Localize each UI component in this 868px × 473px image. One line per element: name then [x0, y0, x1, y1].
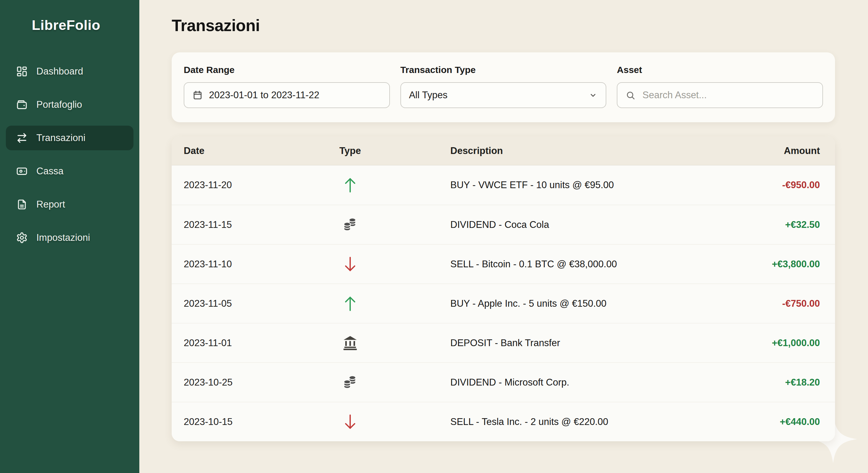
transfer-arrows-icon — [16, 132, 28, 144]
row-type-cell — [307, 174, 393, 196]
filter-card: Date Range 2023-01-01 to 2023-11-22 Tran… — [172, 53, 835, 122]
sidebar-item-portafoglio[interactable]: Portafoglio — [6, 92, 133, 117]
sidebar-item-label: Impostazioni — [36, 232, 90, 243]
row-description: SELL - Bitcoin - 0.1 BTC @ €38,000.00 — [393, 259, 690, 270]
row-description: DIVIDEND - Microsoft Corp. — [393, 377, 690, 388]
sell-arrow-down-icon — [339, 411, 361, 433]
transaction-type-label: Transaction Type — [400, 65, 607, 75]
column-header-date: Date — [184, 145, 307, 157]
table-body: 2023-11-20 BUY - VWCE ETF - 10 units @ €… — [172, 165, 835, 441]
chevron-down-icon — [588, 91, 598, 100]
deposit-bank-icon — [341, 334, 359, 352]
row-amount: +€3,800.00 — [690, 259, 823, 270]
page-title: Transazioni — [172, 16, 835, 35]
sidebar-item-label: Cassa — [36, 166, 63, 177]
row-date: 2023-11-05 — [184, 298, 307, 309]
row-date: 2023-11-10 — [184, 259, 307, 270]
table-row[interactable]: 2023-11-05 BUY - Apple Inc. - 5 units @ … — [172, 283, 835, 323]
row-description: BUY - VWCE ETF - 10 units @ €95.00 — [393, 179, 690, 191]
table-header: Date Type Description Amount — [172, 136, 835, 165]
row-date: 2023-10-15 — [184, 416, 307, 428]
sidebar-item-dashboard[interactable]: Dashboard — [6, 59, 133, 84]
row-type-cell — [307, 216, 393, 234]
date-range-input[interactable]: 2023-01-01 to 2023-11-22 — [184, 82, 390, 108]
row-date: 2023-11-01 — [184, 338, 307, 348]
report-icon — [16, 199, 28, 210]
buy-arrow-up-icon — [339, 174, 361, 196]
dividend-coins-icon — [341, 374, 359, 392]
table-row[interactable]: 2023-10-15 SELL - Tesla Inc. - 2 units @… — [172, 402, 835, 441]
row-type-cell — [307, 254, 393, 275]
column-header-description: Description — [393, 145, 690, 157]
date-range-value: 2023-01-01 to 2023-11-22 — [209, 90, 319, 101]
buy-arrow-up-icon — [339, 293, 361, 314]
column-header-amount: Amount — [690, 145, 823, 157]
table-row[interactable]: 2023-11-20 BUY - VWCE ETF - 10 units @ €… — [172, 165, 835, 205]
row-type-cell — [307, 293, 393, 314]
sidebar: LibreFolio Dashboard — [0, 0, 139, 473]
app-logo: LibreFolio — [32, 17, 139, 33]
row-description: BUY - Apple Inc. - 5 units @ €150.00 — [393, 298, 690, 309]
calendar-icon — [192, 90, 203, 100]
asset-label: Asset — [617, 65, 823, 75]
dividend-coins-icon — [341, 216, 359, 234]
sidebar-item-report[interactable]: Report — [6, 192, 133, 217]
transaction-type-value: All Types — [409, 90, 583, 101]
search-icon — [625, 90, 636, 100]
sidebar-nav: Dashboard Portafoglio — [0, 59, 139, 250]
row-description: DIVIDEND - Coca Cola — [393, 219, 690, 230]
column-header-type: Type — [307, 145, 393, 157]
table-row[interactable]: 2023-10-25 DIVIDEND - Microsoft Corp. +€… — [172, 363, 835, 402]
row-amount: +€32.50 — [690, 219, 823, 230]
wallet-icon — [16, 99, 28, 110]
dashboard-icon — [16, 66, 28, 77]
table-row[interactable]: 2023-11-10 SELL - Bitcoin - 0.1 BTC @ €3… — [172, 244, 835, 283]
sidebar-item-label: Transazioni — [36, 132, 85, 143]
sell-arrow-down-icon — [339, 254, 361, 275]
sidebar-item-cassa[interactable]: Cassa — [6, 159, 133, 183]
row-amount: +€440.00 — [690, 416, 823, 428]
table-row[interactable]: 2023-11-15 DIVIDEND - Coca Cola +€32.50 — [172, 205, 835, 244]
sidebar-item-label: Report — [36, 199, 65, 210]
date-range-label: Date Range — [184, 65, 390, 75]
row-amount: +€1,000.00 — [690, 338, 823, 348]
cash-icon — [16, 165, 28, 177]
sidebar-item-label: Portafoglio — [36, 99, 82, 110]
asset-search-input[interactable] — [642, 89, 814, 101]
asset-group: Asset — [617, 65, 823, 108]
transaction-type-select[interactable]: All Types — [400, 82, 607, 108]
row-amount: -€950.00 — [690, 179, 823, 191]
row-description: DEPOSIT - Bank Transfer — [393, 338, 690, 348]
asset-search[interactable] — [617, 82, 823, 108]
main-content: Transazioni Date Range 2023-01-01 to 202… — [139, 0, 868, 473]
row-date: 2023-10-25 — [184, 377, 307, 388]
row-amount: -€750.00 — [690, 298, 823, 309]
table-row[interactable]: 2023-11-01 DEPOSIT - Bank Transfer +€1,0… — [172, 323, 835, 363]
transaction-type-group: Transaction Type All Types — [400, 65, 607, 108]
row-type-cell — [307, 334, 393, 352]
row-description: SELL - Tesla Inc. - 2 units @ €220.00 — [393, 416, 690, 428]
transactions-table: Date Type Description Amount 2023-11-20 … — [172, 136, 835, 441]
row-type-cell — [307, 411, 393, 433]
row-date: 2023-11-15 — [184, 219, 307, 230]
row-date: 2023-11-20 — [184, 179, 307, 191]
app-window: LibreFolio Dashboard — [0, 0, 868, 473]
sidebar-item-transazioni[interactable]: Transazioni — [6, 126, 133, 150]
sidebar-item-impostazioni[interactable]: Impostazioni — [6, 226, 133, 250]
row-type-cell — [307, 374, 393, 392]
date-range-group: Date Range 2023-01-01 to 2023-11-22 — [184, 65, 390, 108]
row-amount: +€18.20 — [690, 377, 823, 388]
sidebar-item-label: Dashboard — [36, 66, 83, 77]
settings-icon — [16, 232, 28, 244]
